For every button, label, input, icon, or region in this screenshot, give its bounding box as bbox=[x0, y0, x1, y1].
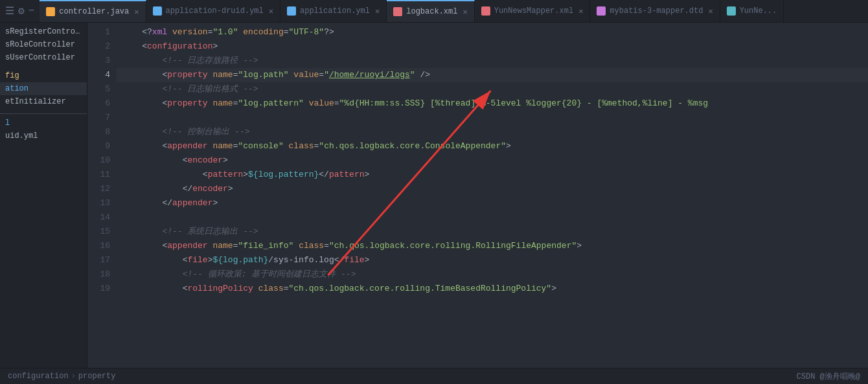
code-line-1: <?xml version="1.0" encoding="UTF-8"?> bbox=[117, 25, 868, 40]
code-line-13: </appender> bbox=[117, 196, 868, 210]
tab-app-yml[interactable]: application.yml ✕ bbox=[280, 0, 387, 23]
code-line-11: <pattern>${log.pattern}</pattern> bbox=[117, 168, 868, 182]
code-line-14 bbox=[117, 210, 868, 225]
breadcrumb: configuration › property bbox=[8, 372, 115, 381]
tab-yunmapper[interactable]: YunNewsMapper.xml ✕ bbox=[475, 0, 591, 23]
tab-close-druid[interactable]: ✕ bbox=[269, 6, 273, 16]
sidebar-item-fig[interactable]: fig bbox=[0, 69, 87, 82]
tab-close-controller[interactable]: ✕ bbox=[134, 7, 139, 17]
minimize-icon[interactable]: − bbox=[29, 5, 35, 17]
sidebar-bottom: l uid.yml bbox=[0, 113, 87, 142]
code-line-18: <!-- 循环政策: 基于时间创建日志文件 --> bbox=[117, 267, 868, 282]
line-num-18: 18 bbox=[87, 267, 110, 282]
tab-mybatis[interactable]: mybatis-3-mapper.dtd ✕ bbox=[590, 0, 720, 23]
tab-close-app-yml[interactable]: ✕ bbox=[375, 6, 380, 16]
line-num-19: 19 bbox=[87, 282, 110, 296]
tab-label-mybatis: mybatis-3-mapper.dtd bbox=[610, 6, 703, 16]
line-num-13: 13▽ bbox=[87, 196, 110, 210]
status-bar: configuration › property CSDN @渔舟唱晚@ bbox=[0, 368, 868, 384]
tab-label-logback: logback.xml bbox=[406, 7, 457, 16]
code-line-2: <configuration> bbox=[117, 40, 868, 54]
line-num-9: 9▽ bbox=[87, 139, 110, 153]
code-line-6: <property name="log.pattern" value="%d{H… bbox=[117, 96, 868, 111]
code-line-16: <appender name="file_info" class="ch.qos… bbox=[117, 239, 868, 253]
code-line-17: <file>${log.path}/sys-info.log</file> bbox=[117, 253, 868, 267]
line-num-6: 6 bbox=[87, 96, 110, 111]
code-line-7 bbox=[117, 111, 868, 125]
line-num-16: 16▽ bbox=[87, 239, 110, 253]
tab-bar: ☰ ⚙ − controller.java ✕ application-drui… bbox=[0, 0, 868, 23]
code-line-9: <appender name="console" class="ch.qos.l… bbox=[117, 139, 868, 153]
tab-icon-java bbox=[46, 7, 55, 16]
code-line-5: <!-- 日志输出格式 --> bbox=[117, 82, 868, 96]
line-num-5: 5 bbox=[87, 82, 110, 96]
line-num-12: 12▽ bbox=[87, 182, 110, 196]
sidebar-item-register-controller[interactable]: sRegisterControlle bbox=[0, 25, 87, 38]
line-num-4: 4 bbox=[87, 68, 110, 82]
tab-icon-logback bbox=[393, 7, 402, 16]
tab-controller[interactable]: controller.java ✕ bbox=[40, 0, 146, 23]
tab-label-yunne: YunNe... bbox=[740, 6, 777, 16]
tab-druid[interactable]: application-druid.yml ✕ bbox=[146, 0, 280, 23]
tab-close-mybatis[interactable]: ✕ bbox=[708, 6, 713, 16]
tab-icon-yunne bbox=[727, 6, 736, 16]
tab-label-yunmapper: YunNewsMapper.xml bbox=[494, 6, 573, 16]
line-num-10: 10▽ bbox=[87, 153, 110, 168]
code-line-12: </encoder> bbox=[117, 182, 868, 196]
tab-yunne[interactable]: YunNe... bbox=[720, 0, 784, 23]
line-num-2: 2 bbox=[87, 40, 110, 54]
tab-close-logback[interactable]: ✕ bbox=[463, 7, 467, 17]
main-layout: sRegisterControlle sRoleController sUser… bbox=[0, 23, 868, 368]
code-line-15: <!-- 系统日志输出 --> bbox=[117, 225, 868, 239]
tab-logback[interactable]: logback.xml ✕ bbox=[387, 0, 474, 23]
tab-icon-mybatis bbox=[597, 6, 606, 16]
sidebar-item-user-controller[interactable]: sUserController bbox=[0, 51, 87, 64]
tab-close-yunmapper[interactable]: ✕ bbox=[578, 6, 583, 16]
gear-icon[interactable]: ⚙ bbox=[18, 5, 25, 17]
line-num-14: 14 bbox=[87, 210, 110, 225]
code-line-4: <property name="log.path" value="/home/r… bbox=[117, 68, 868, 82]
sidebar-item-uid-yml[interactable]: uid.yml bbox=[0, 130, 87, 142]
tab-label-druid: application-druid.yml bbox=[166, 6, 264, 16]
tab-icon-app-yml bbox=[287, 6, 296, 16]
sidebar-divider-1 bbox=[0, 64, 87, 69]
sidebar: sRegisterControlle sRoleController sUser… bbox=[0, 23, 87, 368]
line-numbers: 1 2 3 4 5 6 7 8 9▽ 10▽ 11 12▽ 13▽ 14 15 … bbox=[87, 23, 117, 368]
breadcrumb-property: property bbox=[78, 372, 116, 381]
line-num-11: 11 bbox=[87, 168, 110, 182]
sidebar-item-ation[interactable]: ation bbox=[0, 82, 87, 95]
editor-content: 1 2 3 4 5 6 7 8 9▽ 10▽ 11 12▽ 13▽ 14 15 … bbox=[87, 23, 868, 368]
tab-label-controller: controller.java bbox=[59, 7, 129, 16]
hamburger-icon[interactable]: ☰ bbox=[5, 5, 14, 17]
tab-icon-yunmapper bbox=[481, 6, 490, 16]
code-line-19: <rollingPolicy class="ch.qos.logback.cor… bbox=[117, 282, 868, 296]
sidebar-item-initializer[interactable]: etInitializer bbox=[0, 95, 87, 108]
line-num-8: 8 bbox=[87, 125, 110, 139]
breadcrumb-separator: › bbox=[71, 372, 76, 381]
tab-bar-menu-icons[interactable]: ☰ ⚙ − bbox=[0, 5, 40, 17]
tab-icon-druid bbox=[153, 6, 162, 16]
tab-label-app-yml: application.yml bbox=[300, 6, 370, 16]
code-line-10: <encoder> bbox=[117, 153, 868, 168]
line-num-15: 15 bbox=[87, 225, 110, 239]
sidebar-item-l[interactable]: l bbox=[0, 117, 87, 130]
sidebar-item-role-controller[interactable]: sRoleController bbox=[0, 38, 87, 51]
code-line-8: <!-- 控制台输出 --> bbox=[117, 125, 868, 139]
code-line-3: <!-- 日志存放路径 --> bbox=[117, 54, 868, 68]
line-num-7: 7 bbox=[87, 111, 110, 125]
line-num-1: 1 bbox=[87, 25, 110, 40]
line-num-3: 3 bbox=[87, 54, 110, 68]
breadcrumb-configuration: configuration bbox=[8, 372, 69, 381]
code-area[interactable]: <?xml version="1.0" encoding="UTF-8"?> <… bbox=[117, 23, 868, 368]
status-watermark: CSDN @渔舟唱晚@ bbox=[797, 371, 860, 382]
editor-area[interactable]: 1 2 3 4 5 6 7 8 9▽ 10▽ 11 12▽ 13▽ 14 15 … bbox=[87, 23, 868, 368]
line-num-17: 17 bbox=[87, 253, 110, 267]
